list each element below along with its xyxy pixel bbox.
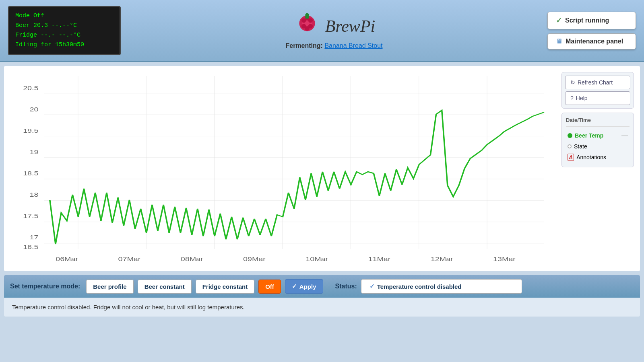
fermenting-beer-link[interactable]: Banana Bread Stout	[324, 42, 382, 49]
chart-area: 20.5 20 19.5 19 18.5 18 17.5 17 16.5 06M…	[10, 72, 555, 265]
header: Mode Off Beer 20.3 --.--°C Fridge --.- -…	[0, 0, 644, 62]
legend-state[interactable]: State	[566, 141, 630, 152]
brand-text: BrewPi	[325, 16, 375, 36]
chart-sidebar: ↻ Refresh Chart ? Help Date/Time Beer Te…	[561, 72, 634, 265]
svg-text:18: 18	[30, 192, 39, 198]
legend-box: Date/Time Beer Temp — State A Annotation…	[561, 113, 634, 167]
beer-profile-button[interactable]: Beer profile	[86, 280, 133, 294]
maintenance-panel-label: Maintenance panel	[566, 38, 623, 45]
svg-text:20.5: 20.5	[23, 85, 38, 92]
svg-text:17: 17	[30, 234, 39, 241]
mode-label: Set temperature mode:	[10, 283, 80, 290]
svg-text:19.5: 19.5	[23, 128, 38, 134]
raspberry-icon	[293, 12, 321, 40]
mode-bar: Set temperature mode: Beer profile Beer …	[4, 275, 640, 298]
svg-text:20: 20	[30, 107, 39, 113]
legend-annotations[interactable]: A Annotations	[566, 152, 630, 163]
header-buttons: ✓ Script running 🖥 Maintenance panel	[547, 12, 636, 49]
monitor-icon: 🖥	[556, 38, 562, 45]
off-button[interactable]: Off	[258, 280, 281, 294]
help-label: Help	[576, 95, 588, 101]
svg-text:08Mar: 08Mar	[181, 256, 203, 263]
fridge-constant-button[interactable]: Fridge constant	[196, 280, 255, 294]
refresh-icon: ↻	[570, 79, 575, 86]
svg-text:06Mar: 06Mar	[56, 256, 78, 263]
beer-temp-label: Beer Temp	[575, 132, 603, 139]
off-label: Off	[265, 283, 274, 290]
temperature-chart: 20.5 20 19.5 19 18.5 18 17.5 17 16.5 06M…	[10, 72, 555, 265]
svg-text:18.5: 18.5	[23, 171, 38, 177]
lcd-line2: Beer 20.3 --.--°C	[15, 21, 114, 31]
annotations-icon: A	[568, 154, 574, 161]
svg-point-7	[305, 26, 309, 31]
state-label: State	[574, 143, 587, 150]
status-section: Status: ✓ Temperature control disabled	[335, 279, 522, 294]
lcd-line3: Fridge --.- --.-°C	[15, 31, 114, 40]
refresh-chart-button[interactable]: ↻ Refresh Chart	[565, 76, 630, 89]
svg-rect-15	[44, 76, 544, 249]
bottom-panel: Set temperature mode: Beer profile Beer …	[4, 275, 640, 317]
beer-temp-dot	[568, 133, 572, 138]
svg-text:10Mar: 10Mar	[305, 256, 328, 263]
check-icon: ✓	[556, 16, 562, 25]
lcd-line4: Idling for 15h30m50	[15, 40, 114, 50]
refresh-chart-label: Refresh Chart	[578, 79, 613, 86]
status-text: Temperature control disabled	[377, 283, 462, 290]
status-value: ✓ Temperature control disabled	[361, 279, 522, 294]
svg-text:13Mar: 13Mar	[493, 256, 516, 263]
state-dot	[568, 144, 572, 148]
annotations-label: Annotations	[576, 154, 606, 160]
brewpi-logo: BrewPi Fermenting: Banana Bread Stout	[129, 12, 539, 49]
main-content: 20.5 20 19.5 19 18.5 18 17.5 17 16.5 06M…	[4, 66, 640, 271]
beer-constant-label: Beer constant	[144, 283, 185, 290]
svg-text:11Mar: 11Mar	[368, 256, 390, 263]
apply-check-icon: ✓	[292, 283, 297, 290]
svg-text:09Mar: 09Mar	[243, 256, 266, 263]
help-icon: ?	[570, 95, 574, 101]
script-running-button[interactable]: ✓ Script running	[547, 12, 636, 29]
fermenting-text: Fermenting: Banana Bread Stout	[285, 42, 382, 49]
lcd-display: Mode Off Beer 20.3 --.--°C Fridge --.- -…	[8, 6, 121, 55]
help-button[interactable]: ? Help	[565, 91, 630, 105]
svg-text:16.5: 16.5	[23, 244, 38, 251]
svg-text:17.5: 17.5	[23, 213, 38, 220]
fermenting-label: Fermenting:	[285, 42, 322, 49]
lcd-line1: Mode Off	[15, 11, 114, 21]
apply-label: Apply	[299, 283, 316, 290]
info-text: Temperature control disabled. Fridge wil…	[4, 298, 640, 317]
legend-header: Date/Time	[566, 117, 630, 127]
status-label: Status:	[335, 283, 357, 290]
chart-controls: ↻ Refresh Chart ? Help	[561, 72, 634, 109]
script-running-label: Script running	[565, 17, 609, 24]
fridge-constant-label: Fridge constant	[202, 283, 248, 290]
svg-text:12Mar: 12Mar	[431, 256, 453, 263]
beer-profile-label: Beer profile	[93, 283, 126, 290]
svg-text:19: 19	[30, 149, 39, 156]
beer-constant-button[interactable]: Beer constant	[138, 280, 192, 294]
apply-button[interactable]: ✓ Apply	[285, 279, 323, 294]
svg-text:07Mar: 07Mar	[118, 256, 140, 263]
maintenance-panel-button[interactable]: 🖥 Maintenance panel	[547, 33, 636, 49]
beer-temp-dash: —	[621, 132, 628, 139]
legend-beer-temp[interactable]: Beer Temp —	[566, 130, 630, 141]
svg-point-10	[305, 13, 308, 19]
status-check-icon: ✓	[369, 283, 375, 290]
